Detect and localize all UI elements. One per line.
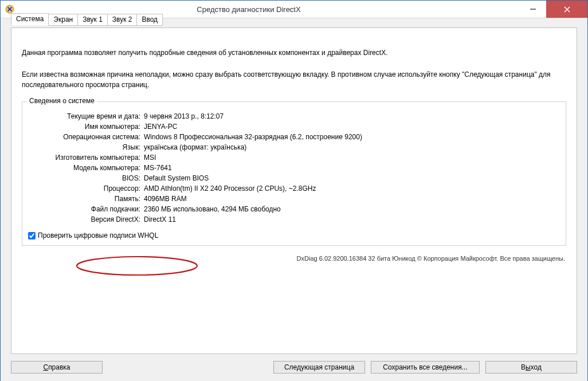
label-datetime: Текущие время и дата: — [28, 112, 144, 120]
intro-text: Данная программа позволяет получить подр… — [22, 48, 566, 90]
minimize-button[interactable] — [520, 1, 546, 18]
intro-line2: Если известна возможная причина неполадк… — [22, 69, 566, 90]
dxdiag-window: Средство диагностики DirectX Система Экр… — [0, 0, 588, 381]
tab-content: Данная программа позволяет получить подр… — [22, 48, 566, 262]
row-pagefile: Файл подкачки: 2360 МБ использовано, 429… — [28, 205, 560, 213]
value-os: Windows 8 Профессиональная 32-разрядная … — [144, 133, 560, 141]
value-manuf: MSI — [144, 154, 560, 162]
footer-copyright: DxDiag 6.02.9200.16384 32 бита Юникод © … — [22, 255, 565, 262]
label-os: Операционная система: — [28, 133, 144, 141]
label-computer: Имя компьютера: — [28, 123, 144, 131]
label-cpu: Процессор: — [28, 184, 144, 193]
value-mem: 4096MB RAM — [144, 195, 560, 203]
system-info-group: Сведения о системе Текущие время и дата:… — [22, 101, 566, 246]
tab-sound2[interactable]: Звук 2 — [107, 14, 138, 26]
row-dxver: Версия DirectX: DirectX 11 — [28, 215, 560, 223]
window-title: Средство диагностики DirectX — [18, 5, 520, 14]
row-datetime: Текущие время и дата: 9 червня 2013 р., … — [28, 112, 560, 120]
row-lang: Язык: українська (формат: українська) — [28, 143, 560, 151]
label-manuf: Изготовитель компьютера: — [28, 154, 144, 162]
row-cpu: Процессор: AMD Athlon(tm) II X2 240 Proc… — [28, 184, 560, 193]
value-computer: JENYA-PC — [144, 123, 560, 131]
label-pagefile: Файл подкачки: — [28, 205, 144, 213]
value-pagefile: 2360 МБ использовано, 4294 МБ свободно — [144, 205, 560, 213]
tab-system[interactable]: Система — [11, 13, 49, 25]
app-icon — [5, 5, 14, 14]
save-all-button[interactable]: Сохранить все сведения... — [371, 361, 480, 374]
close-button[interactable] — [546, 1, 587, 18]
group-title: Сведения о системе — [27, 97, 97, 105]
row-os: Операционная система: Windows 8 Професси… — [28, 133, 560, 141]
value-dxver: DirectX 11 — [144, 215, 560, 223]
value-model: MS-7641 — [144, 164, 560, 172]
tab-strip: Система Экран Звук 1 Звук 2 Ввод — [11, 13, 162, 25]
row-bios: BIOS: Default System BIOS — [28, 174, 560, 182]
row-computer: Имя компьютера: JENYA-PC — [28, 123, 560, 131]
label-mem: Память: — [28, 195, 144, 203]
value-lang: українська (формат: українська) — [144, 143, 560, 151]
whql-check-label: Проверить цифровые подписи WHQL — [38, 231, 158, 239]
tab-panel: Данная программа позволяет получить подр… — [11, 28, 577, 354]
next-page-button[interactable]: Следующая страница — [273, 361, 365, 374]
whql-check-row[interactable]: Проверить цифровые подписи WHQL — [28, 231, 560, 239]
client-area: Система Экран Звук 1 Звук 2 Ввод Данная … — [1, 18, 587, 381]
button-bar: Справка Следующая страница Сохранить все… — [11, 361, 577, 374]
value-bios: Default System BIOS — [144, 174, 560, 182]
exit-button[interactable]: Выход — [485, 361, 577, 374]
label-bios: BIOS: — [28, 174, 144, 182]
help-button[interactable]: Справка — [11, 361, 103, 374]
window-controls — [520, 1, 587, 18]
help-button-rest: правка — [48, 363, 70, 371]
row-model: Модель компьютера: MS-7641 — [28, 164, 560, 172]
intro-line1: Данная программа позволяет получить подр… — [22, 48, 566, 58]
label-model: Модель компьютера: — [28, 164, 144, 172]
tab-display[interactable]: Экран — [48, 14, 78, 26]
tab-sound1[interactable]: Звук 1 — [77, 14, 108, 26]
label-dxver: Версия DirectX: — [28, 215, 144, 223]
value-cpu: AMD Athlon(tm) II X2 240 Processor (2 CP… — [144, 184, 560, 193]
tab-input[interactable]: Ввод — [136, 14, 163, 26]
value-datetime: 9 червня 2013 р., 8:12:07 — [144, 112, 560, 120]
whql-checkbox[interactable] — [28, 232, 36, 239]
label-lang: Язык: — [28, 143, 144, 151]
row-mem: Память: 4096MB RAM — [28, 195, 560, 203]
row-manuf: Изготовитель компьютера: MSI — [28, 154, 560, 162]
